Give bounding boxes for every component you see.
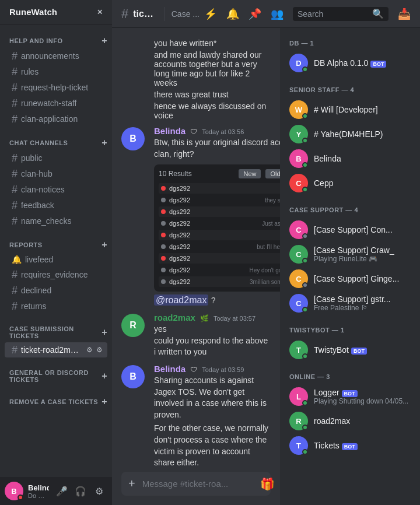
player-name: dgs292	[169, 232, 190, 239]
search-bar[interactable]: 🔍	[293, 7, 388, 21]
message-input[interactable]	[142, 472, 253, 496]
channel-clan-notices[interactable]: # clan-notices	[5, 182, 107, 197]
member-category-title: ONLINE — 3	[285, 371, 415, 383]
settings-icon[interactable]: ⚙	[96, 346, 103, 354]
member-item[interactable]: C[Case Support] Con...	[285, 218, 415, 241]
message-author: Belinda	[154, 126, 186, 136]
status-indicator	[302, 353, 308, 359]
category-header-general-discord[interactable]: GENERAL OR DISCORD TICKETS +	[0, 367, 112, 385]
avatar: C	[289, 269, 308, 288]
status-indicator	[302, 400, 308, 406]
category-header-help[interactable]: HELP AND INFO +	[0, 34, 112, 48]
member-item[interactable]: C[Case Support] Ginge...	[285, 267, 415, 290]
category-header-case-submission[interactable]: CASE SUBMISSION TICKETS +	[0, 323, 112, 342]
add-channel-icon[interactable]: +	[102, 138, 107, 148]
player-name: dgs292	[169, 220, 190, 227]
status-indicator	[302, 425, 308, 430]
members-icon[interactable]: 👥	[271, 8, 284, 20]
channel-public[interactable]: # public	[5, 150, 107, 166]
add-attachment-button[interactable]: +	[126, 472, 138, 495]
channel-announcements[interactable]: # announcements	[5, 48, 107, 64]
old-button[interactable]: Old	[265, 169, 280, 178]
channel-livefeed[interactable]: 🔔 livefeed	[5, 253, 107, 266]
add-channel-icon[interactable]: +	[102, 328, 107, 337]
hash-icon: #	[12, 345, 18, 355]
avatar: Y	[289, 125, 308, 143]
category-header-chat[interactable]: CHAT CHANNELS +	[0, 136, 112, 150]
list-item: dgs292 3millian somePc... okey fine	[159, 276, 280, 287]
message-text: yes	[154, 324, 271, 335]
channel-clan-hub[interactable]: # clan-hub	[5, 166, 107, 181]
member-item[interactable]: DDB Alpha 0.1.0BOT	[285, 51, 415, 75]
message-content: Belinda 🛡 Today at 03:56 Btw, this is yo…	[154, 126, 280, 292]
channel-returns[interactable]: # returns	[5, 299, 107, 314]
member-name: [Case Support] gstr...	[314, 294, 411, 304]
list-item: dgs292 they should have do...	[159, 195, 280, 205]
member-info: # Yahe(DM4HELP)	[314, 129, 411, 139]
settings-button[interactable]: ⚙	[91, 483, 107, 499]
hash-icon: #	[12, 200, 18, 211]
hash-icon: #	[12, 216, 18, 226]
server-name[interactable]: RuneWatch ✕	[0, 0, 112, 24]
channel-clan-application[interactable]: # clan-application	[5, 111, 107, 127]
status-indicator	[302, 233, 308, 239]
member-status-text: Playing RuneLite 🎮	[314, 255, 411, 263]
list-item: you have written*	[112, 37, 280, 49]
avatar: C	[289, 220, 308, 239]
member-item[interactable]: LLoggerBOTPlaying Shutting down 04/05...	[285, 385, 415, 408]
message-timestamp: Today at 03:56	[202, 128, 244, 135]
deafen-button[interactable]: 🎧	[72, 483, 89, 499]
channel-request-help[interactable]: # request-help-ticket	[5, 80, 107, 95]
list-item: there was great trust	[112, 89, 280, 100]
channel-name-checks[interactable]: # name_checks	[5, 213, 107, 229]
member-item[interactable]: BBelinda	[285, 147, 415, 170]
player-list: dgs292 dgs292 they should have do... dgs…	[159, 183, 280, 287]
status-indicator	[18, 495, 23, 500]
member-category: TWISTYBOT — 1TTwistyBotBOT	[285, 324, 415, 362]
channel-runewatch-staff[interactable]: # runewatch-staff	[5, 96, 107, 111]
channel-declined[interactable]: # declined	[5, 283, 107, 298]
messages-area: you have written* and me and lawdy share…	[112, 28, 280, 472]
inbox-icon[interactable]: 📥	[398, 8, 411, 20]
bell-icon[interactable]: 🔔	[226, 8, 239, 20]
list-item: and me and lawdy shared our accounts tog…	[112, 49, 280, 89]
add-channel-icon[interactable]: +	[102, 240, 107, 250]
channel-ticket-road2maxhi[interactable]: # ticket-road2maxhi ⚙ ⚙	[5, 342, 107, 357]
member-name: DB Alpha 0.1.0BOT	[314, 58, 411, 68]
member-item[interactable]: Rroad2max	[285, 409, 415, 433]
category-header-remove-case[interactable]: REMOVE A CASE TICKETS +	[0, 395, 112, 409]
member-list: DB — 1DDB Alpha 0.1.0BOTSENIOR STAFF — 4…	[280, 28, 420, 505]
category-header-reports[interactable]: REPORTS +	[0, 238, 112, 252]
member-item[interactable]: C[Case Support] gstr...Free Palestine 🏳	[285, 292, 415, 315]
status-indicator	[302, 162, 308, 168]
channel-rules[interactable]: # rules	[5, 64, 107, 79]
pin-icon[interactable]: 📌	[249, 8, 261, 20]
member-item[interactable]: Y# Yahe(DM4HELP)	[285, 122, 415, 146]
member-item[interactable]: C[Case Support] Craw_Playing RuneLite 🎮	[285, 243, 415, 266]
mention-text: @road2max	[154, 294, 208, 306]
status-indicator	[302, 307, 308, 313]
avatar: C	[289, 174, 308, 192]
member-item[interactable]: TTwistyBotBOT	[285, 338, 415, 362]
thread-icon[interactable]: ⚡	[204, 8, 217, 20]
gift-icon[interactable]: 🎁	[258, 472, 277, 496]
member-item[interactable]: W# Will [Developer]	[285, 98, 415, 121]
search-input[interactable]	[298, 9, 368, 19]
add-channel-icon[interactable]: +	[102, 371, 107, 381]
channel-hash-icon: #	[121, 6, 128, 22]
add-channel-icon[interactable]: +	[102, 397, 107, 406]
member-name: [Case Support] Ginge...	[314, 274, 411, 283]
mute-button[interactable]: 🎤	[54, 483, 70, 499]
member-name: [Case Support] Craw_	[314, 246, 411, 255]
status-dot	[161, 186, 166, 191]
list-item: dgs292 Hey don't go off for satt com	[159, 265, 280, 275]
new-button[interactable]: New	[239, 169, 261, 178]
channel-feedback[interactable]: # feedback	[5, 198, 107, 213]
list-item: dgs292	[159, 253, 280, 264]
channel-requires-evidence[interactable]: # requires_evidence	[5, 267, 107, 282]
member-item[interactable]: TTicketsBOT	[285, 434, 415, 457]
member-item[interactable]: CCepp	[285, 171, 415, 195]
add-channel-icon[interactable]: +	[102, 36, 107, 45]
message-input-area: + 🎁 GIF 🗒 😊	[112, 472, 280, 505]
hash-icon: #	[12, 82, 18, 93]
